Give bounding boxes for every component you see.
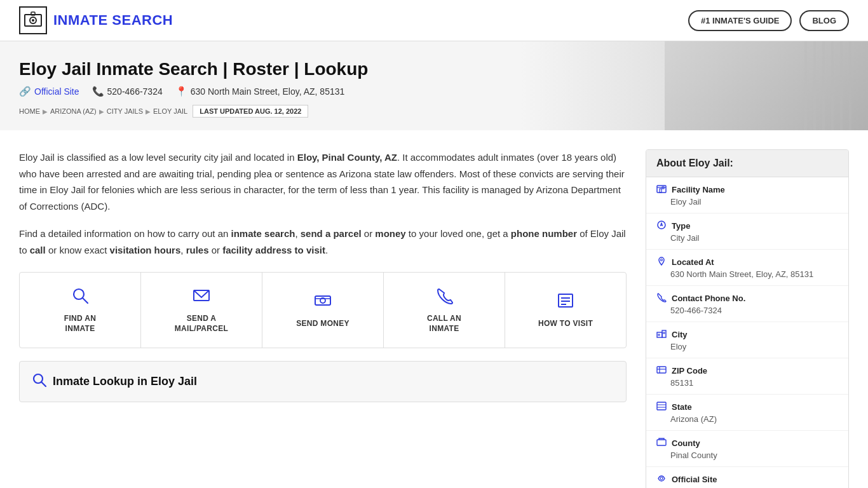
logo-icon xyxy=(19,6,47,34)
facility-name-value: Eloy Jail xyxy=(656,197,838,207)
svg-rect-3 xyxy=(31,12,35,15)
svg-rect-30 xyxy=(657,440,666,445)
body-paragraph-1: Eloy Jail is classified as a low level s… xyxy=(19,149,627,214)
blog-button[interactable]: BLOG xyxy=(799,10,849,31)
header-nav: #1 INMATE'S GUIDE BLOG xyxy=(688,10,849,31)
state-label: State xyxy=(672,402,692,412)
type-icon xyxy=(656,220,667,232)
type-value: City Jail xyxy=(656,233,838,243)
breadcrumb-city-jails[interactable]: CITY JAILS xyxy=(107,107,143,115)
about-row-state: State Arizona (AZ) xyxy=(646,395,848,431)
logo-area: INMATE SEARCH xyxy=(19,6,173,34)
last-updated-badge: LAST UPDATED AUG. 12, 2022 xyxy=(193,105,308,118)
sidebar: About Eloy Jail: Facility Name Eloy Jail xyxy=(646,149,849,488)
action-card-send-mail[interactable]: SEND AMAIL/PARCEL xyxy=(141,273,262,348)
lookup-search-icon xyxy=(32,373,46,390)
action-cards: FIND ANINMATE SEND AMAIL/PARCEL SEND MON… xyxy=(19,272,627,348)
hero-background xyxy=(665,41,868,130)
breadcrumb-eloy-jail[interactable]: ELOY JAIL xyxy=(153,107,187,115)
located-at-label: Located At xyxy=(672,257,714,267)
main-content: Eloy Jail is classified as a low level s… xyxy=(0,130,868,488)
city-value: Eloy xyxy=(656,342,838,351)
phone-number: 520-466-7324 xyxy=(107,86,163,97)
state-value: Arizona (AZ) xyxy=(656,414,838,424)
svg-rect-10 xyxy=(559,294,573,307)
send-mail-icon xyxy=(193,287,210,309)
location-pin-icon xyxy=(656,256,667,268)
city-label: City xyxy=(672,330,688,339)
contact-phone-label: Contact Phone No. xyxy=(672,294,745,303)
about-row-location: Located At 630 North Main Street, Eloy, … xyxy=(646,250,848,286)
about-row-facility-name: Facility Name Eloy Jail xyxy=(646,177,848,214)
find-inmate-icon xyxy=(71,287,89,309)
action-card-how-to-visit[interactable]: HOW TO VISIT xyxy=(505,273,626,348)
about-row-official-site: Official Site http://www.eloyaz.org/poli… xyxy=(646,467,848,488)
lookup-header: Inmate Lookup in Eloy Jail xyxy=(32,373,613,390)
svg-rect-24 xyxy=(658,334,660,336)
svg-line-5 xyxy=(83,298,88,303)
svg-rect-17 xyxy=(660,189,661,193)
content-left: Eloy Jail is classified as a low level s… xyxy=(19,149,627,488)
about-row-city: City Eloy xyxy=(646,322,848,358)
send-money-icon xyxy=(314,292,332,314)
address-meta: 📍 630 North Main Street, Eloy, AZ, 85131 xyxy=(175,86,345,97)
official-site-link[interactable]: 🔗 Official Site xyxy=(19,86,79,97)
official-site-icon xyxy=(656,473,667,485)
how-to-visit-icon xyxy=(557,292,574,314)
lookup-title: Inmate Lookup in Eloy Jail xyxy=(53,375,197,388)
svg-point-31 xyxy=(660,477,663,480)
contact-phone-value: 520-466-7324 xyxy=(656,306,838,315)
svg-rect-25 xyxy=(663,332,665,334)
type-label: Type xyxy=(672,221,690,231)
facility-icon xyxy=(656,184,667,196)
breadcrumb-sep-1: ▶ xyxy=(43,108,48,115)
find-inmate-label: FIND ANINMATE xyxy=(64,314,96,334)
svg-point-2 xyxy=(32,19,34,22)
action-card-call-inmate[interactable]: CALL ANINMATE xyxy=(384,273,505,348)
link-icon: 🔗 xyxy=(19,86,31,97)
call-inmate-icon xyxy=(435,287,453,309)
county-label: County xyxy=(672,438,700,448)
breadcrumb-home[interactable]: HOME xyxy=(19,107,40,115)
header: INMATE SEARCH #1 INMATE'S GUIDE BLOG xyxy=(0,0,868,41)
breadcrumb-arizona[interactable]: ARIZONA (AZ) xyxy=(50,107,97,115)
body-paragraph-2: Find a detailed information on how to ca… xyxy=(19,226,627,258)
send-money-label: SEND MONEY xyxy=(296,319,349,329)
official-site-label[interactable]: Official Site xyxy=(34,86,79,97)
facility-name-label: Facility Name xyxy=(672,185,725,194)
svg-rect-29 xyxy=(657,402,666,410)
action-card-find-inmate[interactable]: FIND ANINMATE xyxy=(20,273,141,348)
send-mail-label: SEND AMAIL/PARCEL xyxy=(175,314,228,334)
phone-icon: 📞 xyxy=(92,86,104,97)
city-icon xyxy=(656,329,667,341)
located-at-value: 630 North Main Street, Eloy, AZ, 85131 xyxy=(656,269,838,279)
breadcrumb-sep-3: ▶ xyxy=(146,108,151,115)
county-value: Pinal County xyxy=(656,451,838,460)
site-title: INMATE SEARCH xyxy=(53,12,173,29)
about-row-zip: ZIP Code 85131 xyxy=(646,358,848,395)
about-row-phone: Contact Phone No. 520-466-7324 xyxy=(646,286,848,322)
guide-button[interactable]: #1 INMATE'S GUIDE xyxy=(688,10,792,31)
about-row-county: County Pinal County xyxy=(646,431,848,467)
call-inmate-label: CALL ANINMATE xyxy=(427,314,461,334)
hero-banner: Eloy Jail Inmate Search | Roster | Looku… xyxy=(0,41,868,130)
breadcrumb-sep-2: ▶ xyxy=(99,108,104,115)
svg-point-21 xyxy=(661,259,663,261)
lookup-section: Inmate Lookup in Eloy Jail xyxy=(19,361,627,402)
svg-rect-26 xyxy=(657,367,666,373)
zip-label: ZIP Code xyxy=(672,366,707,376)
contact-phone-icon xyxy=(656,292,667,304)
zip-icon xyxy=(656,365,667,377)
about-row-type: Type City Jail xyxy=(646,214,848,250)
official-site-row-label: Official Site xyxy=(672,475,717,484)
how-to-visit-label: HOW TO VISIT xyxy=(538,319,593,329)
phone-meta: 📞 520-466-7324 xyxy=(92,86,163,97)
about-box: About Eloy Jail: Facility Name Eloy Jail xyxy=(646,149,849,488)
svg-line-15 xyxy=(41,382,46,386)
action-card-send-money[interactable]: SEND MONEY xyxy=(262,273,384,348)
about-title: About Eloy Jail: xyxy=(646,150,848,177)
state-icon xyxy=(656,401,667,413)
county-icon xyxy=(656,437,667,449)
zip-value: 85131 xyxy=(656,378,838,388)
address-text: 630 North Main Street, Eloy, AZ, 85131 xyxy=(191,86,345,97)
